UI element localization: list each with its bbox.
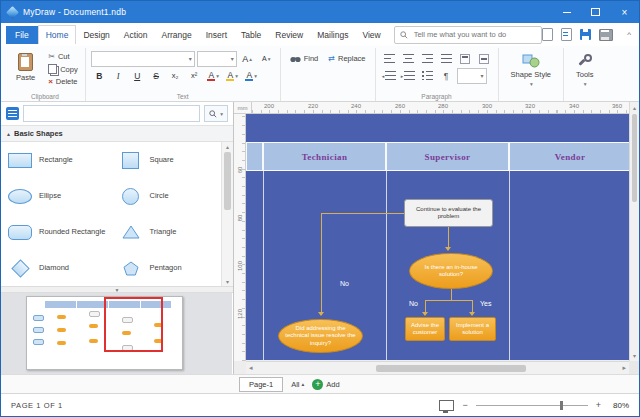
- viewport-rectangle[interactable]: [104, 297, 163, 352]
- pan-zoom-preview[interactable]: [1, 293, 232, 374]
- tab-review[interactable]: Review: [268, 26, 310, 44]
- flow-shape-advise[interactable]: Advise the customer: [405, 317, 445, 341]
- shapes-search-button[interactable]: ▾: [204, 105, 228, 122]
- italic-button[interactable]: I: [110, 68, 127, 84]
- shape-item-ellipse[interactable]: Ellipse: [1, 178, 112, 214]
- pages-all-button[interactable]: All ▴: [291, 380, 304, 389]
- add-page-button[interactable]: + Add: [312, 379, 339, 390]
- align-justify-button[interactable]: [438, 51, 455, 67]
- zoom-out-button[interactable]: −: [462, 400, 467, 410]
- print-icon[interactable]: [599, 29, 613, 41]
- copy-button[interactable]: Copy: [46, 63, 80, 75]
- underline-button[interactable]: U: [129, 68, 146, 84]
- superscript-button[interactable]: x²: [186, 68, 203, 84]
- shape-item-rounded-rectangle[interactable]: Rounded Rectangle: [1, 214, 112, 250]
- collapse-ribbon-button[interactable]: ^: [621, 28, 637, 41]
- align-middle-button[interactable]: [476, 51, 493, 67]
- align-right-button[interactable]: [419, 51, 436, 67]
- strikethrough-button[interactable]: S: [148, 68, 165, 84]
- scroll-left-icon[interactable]: ◂: [249, 364, 253, 372]
- horizontal-scrollbar[interactable]: ◂ ▸: [246, 361, 629, 374]
- library-icon[interactable]: [6, 107, 19, 120]
- minimize-button[interactable]: [552, 1, 581, 23]
- basic-shapes-section-header[interactable]: ▴ Basic Shapes: [1, 126, 233, 142]
- cut-button[interactable]: ✂ Cut: [46, 51, 80, 62]
- lane-header-vendor[interactable]: Vendor: [509, 142, 631, 171]
- shape-item-pentagon[interactable]: Pentagon: [112, 250, 223, 286]
- scroll-down-icon[interactable]: ▾: [222, 278, 233, 285]
- underline-color-button[interactable]: A▾: [205, 68, 222, 84]
- scroll-right-icon[interactable]: ▸: [622, 364, 626, 372]
- paste-label: Paste: [16, 73, 35, 82]
- save-icon[interactable]: [580, 29, 591, 40]
- maximize-button[interactable]: [581, 1, 610, 23]
- tab-home[interactable]: Home: [38, 25, 77, 44]
- shapes-search-input[interactable]: [23, 105, 200, 122]
- bold-button[interactable]: B: [91, 68, 108, 84]
- tab-insert[interactable]: Insert: [199, 26, 234, 44]
- connector-line: [451, 289, 452, 300]
- zoom-thumb[interactable]: [560, 401, 563, 410]
- open-document-icon[interactable]: [561, 28, 572, 41]
- font-color-button[interactable]: A▾: [243, 68, 260, 84]
- shape-item-triangle[interactable]: Triangle: [112, 214, 223, 250]
- subscript-button[interactable]: x₂: [167, 68, 184, 84]
- search-input[interactable]: [412, 29, 537, 40]
- shape-item-circle[interactable]: Circle: [112, 178, 223, 214]
- increase-font-button[interactable]: A▴: [239, 51, 256, 67]
- page-tab[interactable]: Page-1: [239, 377, 283, 392]
- drawing-canvas[interactable]: Technician Supervisor Vendor: [246, 114, 631, 360]
- tab-view[interactable]: View: [355, 26, 387, 44]
- tell-me-search[interactable]: [394, 26, 543, 44]
- scrollbar-thumb[interactable]: [632, 114, 637, 202]
- font-family-select[interactable]: ▾: [91, 51, 195, 67]
- scroll-up-icon[interactable]: ▴: [222, 143, 233, 150]
- lane-header-supervisor[interactable]: Supervisor: [386, 142, 509, 171]
- scroll-down-icon[interactable]: ▾: [630, 352, 639, 359]
- fit-to-screen-icon[interactable]: [439, 400, 454, 411]
- shape-style-button[interactable]: Shape Style ▾: [504, 50, 558, 88]
- vertical-scrollbar[interactable]: ▴ ▾: [629, 102, 639, 361]
- tools-button[interactable]: Tools ▾: [569, 50, 601, 88]
- scroll-up-icon[interactable]: ▴: [630, 104, 639, 111]
- align-left-button[interactable]: [381, 51, 398, 67]
- replace-button[interactable]: ⇄ Replace: [324, 52, 369, 65]
- align-center-button[interactable]: [400, 51, 417, 67]
- lane-header-technician[interactable]: Technician: [263, 142, 386, 171]
- tab-action[interactable]: Action: [117, 26, 155, 44]
- paragraph-marks-button[interactable]: ¶: [438, 68, 455, 84]
- align-top-button[interactable]: [457, 51, 474, 67]
- new-document-icon[interactable]: [542, 28, 553, 41]
- flow-shape-implement[interactable]: Implement a solution: [449, 317, 496, 341]
- find-button[interactable]: Find: [286, 52, 323, 65]
- indent-increase-button[interactable]: ▸: [400, 68, 417, 84]
- paste-button[interactable]: Paste: [10, 50, 41, 87]
- zoom-slider[interactable]: [476, 401, 588, 410]
- shape-item-diamond[interactable]: Diamond: [1, 250, 112, 286]
- decrease-font-button[interactable]: A▾: [258, 51, 275, 67]
- tab-arrange[interactable]: Arrange: [154, 26, 198, 44]
- tab-mailings[interactable]: Mailings: [310, 26, 355, 44]
- zoom-in-button[interactable]: +: [596, 400, 601, 410]
- scrollbar-thumb[interactable]: [224, 152, 231, 210]
- flow-shape-inhouse-decision[interactable]: Is there an in-house solution?: [409, 253, 493, 289]
- shape-item-rectangle[interactable]: Rectangle: [1, 142, 112, 178]
- close-button[interactable]: ×: [610, 1, 639, 23]
- indent-decrease-button[interactable]: ◂: [381, 68, 398, 84]
- line-spacing-select[interactable]: ▾: [457, 68, 487, 84]
- tab-table[interactable]: Table: [234, 26, 268, 44]
- shape-list-scrollbar[interactable]: ▴ ▾: [221, 142, 233, 286]
- shape-item-square[interactable]: Square: [112, 142, 223, 178]
- highlight-color-button[interactable]: A▾: [224, 68, 241, 84]
- flow-shape-continue[interactable]: Continue to evaluate the problem: [404, 199, 493, 227]
- flow-shape-resolve-decision[interactable]: Did addressing the technical issue resol…: [278, 319, 363, 353]
- font-size-select[interactable]: ▾: [197, 51, 237, 67]
- delete-button[interactable]: × Delete: [46, 76, 80, 87]
- panel-splitter[interactable]: ▼: [1, 286, 233, 293]
- bullet-list-button[interactable]: [419, 68, 436, 84]
- text-group: ▾ ▾ A▴ A▾ B I U S x₂ x² A▾ A▾ A▾ Text: [86, 48, 281, 101]
- tab-file[interactable]: File: [6, 26, 38, 44]
- lane-header-partial[interactable]: [246, 142, 263, 171]
- tab-design[interactable]: Design: [76, 26, 116, 44]
- scrollbar-thumb[interactable]: [376, 365, 526, 372]
